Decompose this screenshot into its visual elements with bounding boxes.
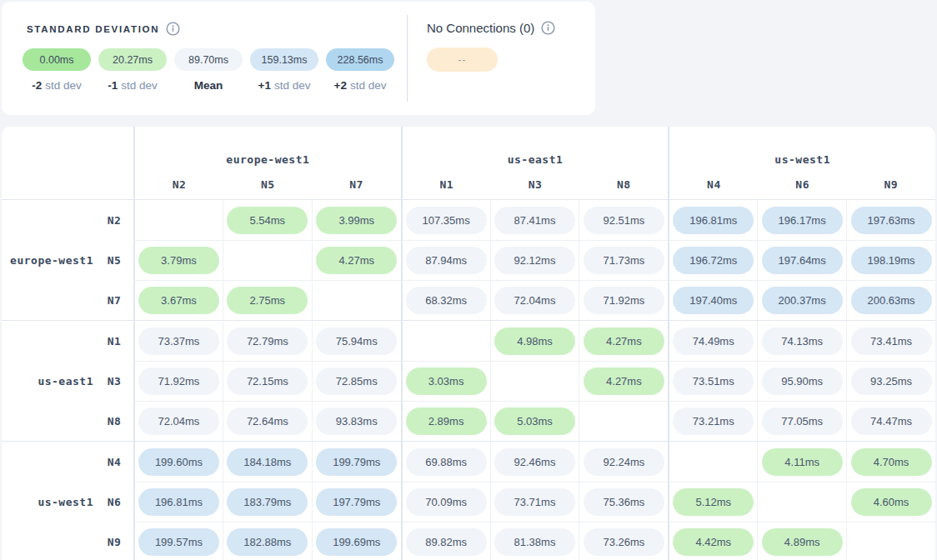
latency-pill[interactable]: 5.54ms [227, 207, 308, 234]
table-row: N872.04ms72.64ms93.83ms2.89ms5.03ms73.21… [2, 401, 935, 441]
latency-pill[interactable]: 197.40ms [673, 287, 754, 314]
latency-pill[interactable]: 81.38ms [494, 528, 575, 556]
latency-pill[interactable]: 92.51ms [584, 207, 664, 234]
region-row-group: N4199.60ms184.18ms199.79ms69.88ms92.46ms… [2, 441, 935, 560]
latency-pill[interactable]: 196.81ms [673, 207, 754, 234]
latency-pill[interactable]: 4.11ms [762, 448, 843, 476]
latency-cell: 73.71ms [490, 482, 579, 522]
latency-pill[interactable]: 2.89ms [406, 408, 487, 435]
latency-pill[interactable]: 196.17ms [762, 207, 843, 234]
latency-pill[interactable]: 5.12ms [673, 488, 754, 516]
latency-cell: 93.83ms [312, 401, 401, 441]
latency-pill[interactable]: 5.03ms [494, 408, 575, 435]
latency-pill[interactable]: 4.27ms [316, 247, 397, 274]
latency-pill[interactable]: 71.92ms [138, 368, 219, 395]
info-icon[interactable] [541, 21, 555, 35]
latency-pill[interactable]: 73.26ms [584, 528, 664, 556]
latency-pill[interactable]: 93.25ms [851, 368, 932, 395]
latency-pill[interactable]: 77.05ms [762, 408, 843, 435]
latency-pill[interactable]: 4.89ms [762, 528, 843, 556]
latency-pill[interactable]: 3.03ms [406, 368, 487, 395]
latency-pill[interactable]: 73.21ms [673, 408, 754, 435]
latency-pill[interactable]: 196.81ms [138, 488, 219, 516]
latency-pill[interactable]: 72.79ms [227, 328, 308, 355]
latency-pill[interactable]: 71.92ms [584, 287, 664, 314]
latency-pill[interactable]: 72.04ms [494, 287, 575, 314]
empty-cell [757, 482, 846, 522]
latency-pill[interactable]: 95.90ms [762, 368, 843, 395]
latency-pill[interactable]: 69.88ms [406, 448, 487, 476]
latency-pill[interactable]: 3.99ms [316, 207, 397, 234]
latency-pill[interactable]: 71.73ms [584, 247, 664, 274]
std-dev-pill: 0.00ms [23, 48, 91, 71]
latency-pill[interactable]: 4.27ms [584, 368, 664, 395]
latency-pill[interactable]: 73.41ms [851, 328, 932, 355]
latency-pill[interactable]: 199.57ms [138, 528, 219, 556]
latency-pill[interactable]: 74.49ms [673, 328, 754, 355]
empty-cell [312, 280, 401, 320]
latency-cell: 87.94ms [401, 240, 490, 280]
latency-cell: 73.51ms [668, 361, 757, 401]
latency-pill[interactable]: 92.24ms [584, 448, 664, 476]
info-icon[interactable] [166, 22, 180, 36]
latency-pill[interactable]: 107.35ms [406, 207, 487, 234]
latency-pill[interactable]: 4.70ms [851, 448, 932, 476]
latency-pill[interactable]: 75.36ms [584, 488, 664, 516]
latency-pill[interactable]: 73.71ms [494, 488, 575, 516]
latency-cell: 72.04ms [133, 401, 223, 441]
latency-pill[interactable]: 4.98ms [494, 328, 575, 355]
latency-pill[interactable]: 89.82ms [406, 528, 487, 556]
latency-pill[interactable]: 72.85ms [316, 368, 397, 395]
latency-pill[interactable]: 73.37ms [138, 328, 219, 355]
latency-pill[interactable]: 72.64ms [227, 408, 308, 435]
std-dev-label-rest: std dev [121, 79, 158, 92]
latency-cell: 3.03ms [401, 361, 490, 401]
row-node-label: N5 [95, 240, 133, 280]
latency-pill[interactable]: 200.37ms [762, 287, 843, 314]
latency-cell: 4.27ms [579, 321, 668, 361]
latency-pill[interactable]: 199.60ms [138, 448, 219, 476]
latency-pill[interactable]: 199.79ms [316, 448, 397, 476]
latency-pill[interactable]: 74.13ms [762, 328, 843, 355]
latency-pill[interactable]: 72.04ms [138, 408, 219, 435]
latency-pill[interactable]: 199.69ms [316, 528, 397, 556]
latency-pill[interactable]: 197.63ms [851, 207, 932, 234]
latency-pill[interactable]: 183.79ms [227, 488, 308, 516]
latency-pill[interactable]: 197.64ms [762, 247, 843, 274]
std-dev-label-rest: std dev [274, 79, 311, 92]
latency-pill[interactable]: 74.47ms [851, 408, 932, 435]
latency-pill[interactable]: 3.67ms [138, 287, 219, 314]
latency-cell: 3.99ms [312, 200, 401, 240]
latency-cell: 4.98ms [490, 321, 579, 361]
latency-pill[interactable]: 70.09ms [406, 488, 487, 516]
std-dev-label-bold: +1 [258, 79, 271, 92]
latency-pill[interactable]: 4.27ms [584, 328, 664, 355]
no-connections-title-row: No Connections (0) [427, 21, 555, 35]
empty-cell [223, 240, 312, 280]
latency-pill[interactable]: 87.41ms [494, 207, 575, 234]
latency-cell: 183.79ms [223, 482, 312, 522]
legend-divider [407, 15, 408, 102]
latency-pill[interactable]: 198.19ms [851, 247, 932, 274]
latency-pill[interactable]: 182.88ms [227, 528, 308, 556]
latency-pill[interactable]: 87.94ms [406, 247, 487, 274]
region-row-group: N25.54ms3.99ms107.35ms87.41ms92.51ms196.… [2, 200, 935, 320]
latency-pill[interactable]: 184.18ms [227, 448, 308, 476]
latency-pill[interactable]: 68.32ms [406, 287, 487, 314]
latency-pill[interactable]: 4.42ms [673, 528, 754, 556]
latency-pill[interactable]: 92.46ms [494, 448, 575, 476]
latency-pill[interactable]: 73.51ms [673, 368, 754, 395]
latency-pill[interactable]: 92.12ms [494, 247, 575, 274]
latency-pill[interactable]: 93.83ms [316, 408, 397, 435]
latency-pill[interactable]: 4.60ms [851, 488, 932, 516]
latency-pill[interactable]: 196.72ms [673, 247, 754, 274]
latency-pill[interactable]: 2.75ms [227, 287, 308, 314]
row-node-label: N6 [95, 482, 133, 522]
latency-pill[interactable]: 72.15ms [227, 368, 308, 395]
latency-pill[interactable]: 200.63ms [851, 287, 932, 314]
latency-pill[interactable]: 3.79ms [138, 247, 219, 274]
std-dev-label-rest: std dev [45, 79, 82, 92]
latency-pill[interactable]: 197.79ms [316, 488, 397, 516]
latency-pill[interactable]: 75.94ms [316, 328, 397, 355]
header-region-group: europe-west1N2N5N7 [133, 127, 401, 199]
